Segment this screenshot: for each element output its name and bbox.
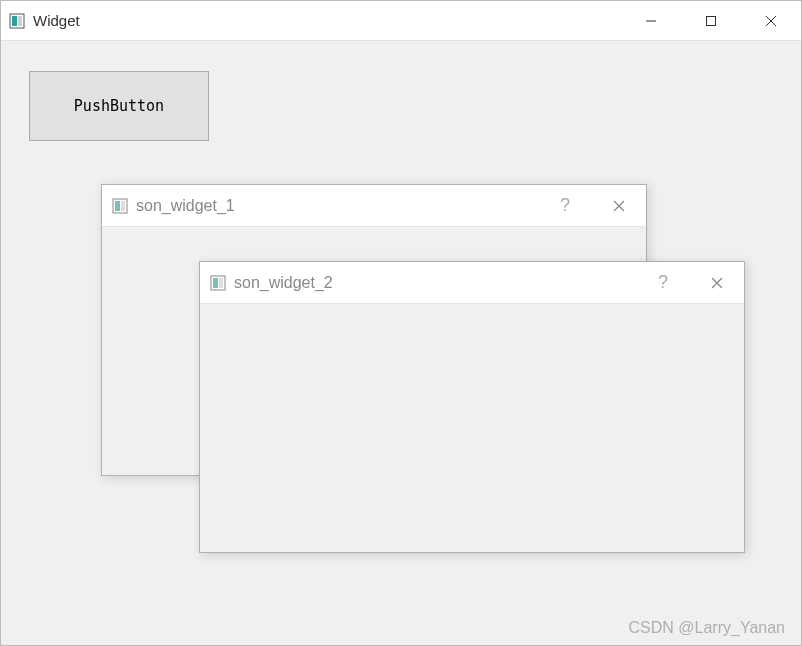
app-icon — [210, 275, 226, 291]
watermark: CSDN @Larry_Yanan — [629, 619, 785, 637]
question-icon: ? — [658, 272, 668, 293]
svg-rect-14 — [219, 278, 223, 288]
sub-window-2[interactable]: son_widget_2 ? — [199, 261, 745, 553]
sub-window-2-controls: ? — [636, 262, 744, 303]
question-icon: ? — [560, 195, 570, 216]
sub-window-1-title: son_widget_1 — [136, 197, 538, 215]
help-button[interactable]: ? — [636, 262, 690, 303]
sub-window-1-controls: ? — [538, 185, 646, 226]
client-area: PushButton son_widget_1 ? — [1, 41, 801, 645]
push-button[interactable]: PushButton — [29, 71, 209, 141]
maximize-button[interactable] — [681, 1, 741, 40]
svg-rect-2 — [18, 16, 22, 26]
svg-rect-9 — [121, 201, 125, 211]
sub-window-2-title: son_widget_2 — [234, 274, 636, 292]
svg-rect-13 — [213, 278, 218, 288]
main-window-title: Widget — [33, 12, 621, 29]
sub-window-1-titlebar[interactable]: son_widget_1 ? — [102, 185, 646, 227]
main-titlebar[interactable]: Widget — [1, 1, 801, 41]
close-button[interactable] — [690, 262, 744, 303]
svg-rect-1 — [12, 16, 17, 26]
minimize-button[interactable] — [621, 1, 681, 40]
help-button[interactable]: ? — [538, 185, 592, 226]
app-icon — [9, 13, 25, 29]
close-button[interactable] — [592, 185, 646, 226]
main-window: Widget PushButton — [0, 0, 802, 646]
svg-rect-8 — [115, 201, 120, 211]
sub-window-2-titlebar[interactable]: son_widget_2 ? — [200, 262, 744, 304]
app-icon — [112, 198, 128, 214]
window-controls — [621, 1, 801, 40]
svg-rect-4 — [707, 16, 716, 25]
close-button[interactable] — [741, 1, 801, 40]
